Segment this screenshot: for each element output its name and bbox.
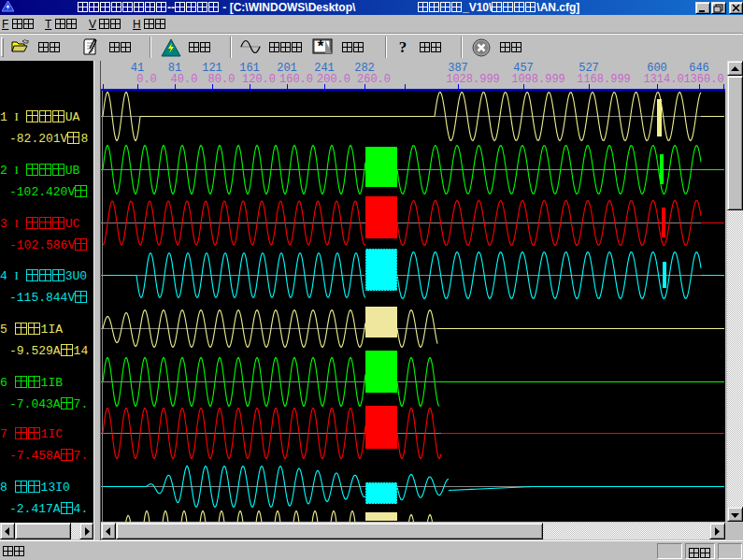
svg-text:?: ? bbox=[399, 38, 407, 55]
svg-text:*: * bbox=[318, 38, 324, 54]
